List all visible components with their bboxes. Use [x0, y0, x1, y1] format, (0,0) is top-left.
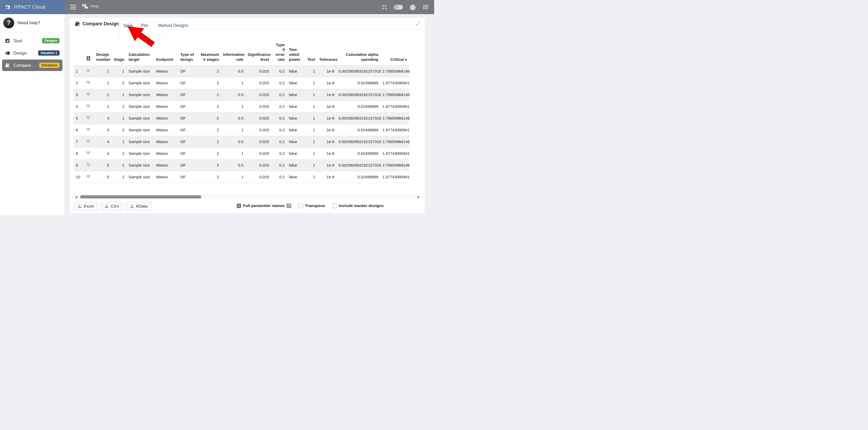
rdata-export-button[interactable]: RData	[126, 202, 152, 211]
endpoint-cell: Means	[154, 159, 178, 171]
heart-icon[interactable]	[86, 80, 91, 85]
table-row: 212Sample sizeMeansOF210.0250.2false11e-…	[74, 77, 409, 89]
app-brand[interactable]: PACT Cloud RPACT Cloud	[0, 0, 65, 14]
two-sided-power-cell: false	[287, 101, 304, 112]
help-menu[interactable]: ? Help	[82, 3, 99, 9]
significance-level-cell: 0.025	[246, 159, 271, 171]
mark-heart-cell[interactable]	[83, 124, 94, 136]
col-header-tolerance: Tolerance	[317, 38, 336, 65]
design-icon	[5, 51, 10, 56]
test-cell: 1	[304, 89, 317, 101]
expand-panel-icon[interactable]	[415, 21, 421, 27]
tab-table[interactable]: Table	[119, 20, 137, 39]
heart-icon[interactable]	[86, 139, 91, 143]
heart-icon[interactable]	[86, 92, 91, 96]
row-index-cell: 5	[74, 112, 83, 124]
csv-export-button[interactable]: CSV	[100, 202, 123, 211]
sidebar-item-start[interactable]: Start Designs	[2, 35, 62, 46]
two-sided-power-cell: false	[287, 124, 304, 136]
mark-heart-cell[interactable]	[83, 65, 94, 77]
two-sided-power-cell: false	[287, 171, 304, 183]
mark-heart-cell[interactable]	[83, 147, 94, 159]
toggle-knob	[394, 5, 398, 9]
endpoint-cell: Means	[154, 89, 178, 101]
parameter-names-help-icon[interactable]: ?	[286, 203, 291, 208]
heart-icon[interactable]	[86, 115, 91, 120]
full-parameter-names-checkbox[interactable]	[237, 204, 241, 208]
information-rate-cell: 0.5	[221, 89, 246, 101]
mark-heart-cell[interactable]	[83, 159, 94, 171]
table-row: 842Sample sizeMeansOF210.0250.2false11e-…	[74, 147, 409, 159]
type-of-design-cell: OF	[178, 124, 198, 136]
calculation-target-cell: Sample size	[126, 77, 154, 89]
transpose-option[interactable]: Transpose	[299, 203, 325, 208]
fullscreen-icon[interactable]	[381, 4, 388, 10]
type2-error-rate-cell: 0.2	[271, 171, 287, 183]
export-buttons: Excel CSV RData	[74, 202, 152, 211]
excel-export-button[interactable]: Excel	[74, 202, 98, 211]
stage-cell: 2	[111, 124, 126, 136]
significance-level-cell: 0.025	[246, 124, 271, 136]
transpose-checkbox[interactable]	[299, 204, 303, 208]
calculation-target-cell: Sample size	[126, 124, 154, 136]
tab-marked-designs[interactable]: Marked Designs	[158, 23, 188, 28]
significance-level-cell: 0.025	[246, 77, 271, 89]
tolerance-cell: 1e-8	[317, 147, 336, 159]
table-grid-icon[interactable]	[423, 4, 429, 10]
sidebar-need-help[interactable]: ? Need help?	[0, 14, 64, 32]
tab-plot[interactable]: Plot	[141, 23, 148, 28]
horizontal-scrollbar[interactable]: ◀ ▶	[74, 195, 421, 199]
table-row: 531Sample sizeMeansOF20.50.0250.2false11…	[74, 112, 409, 124]
design-number-cell: 3	[94, 112, 111, 124]
stage-cell: 1	[111, 89, 126, 101]
stage-cell: 1	[111, 136, 126, 147]
mark-heart-cell[interactable]	[83, 101, 94, 112]
full-parameter-names-option[interactable]: Full parameter names ?	[237, 203, 291, 208]
tolerance-cell: 1e-8	[317, 171, 336, 183]
table-row: 632Sample sizeMeansOF210.0250.2false11e-…	[74, 124, 409, 136]
heart-icon[interactable]	[86, 163, 91, 167]
mark-heart-cell[interactable]	[83, 89, 94, 101]
critical-value-cell: 1.97743095941	[380, 124, 409, 136]
tolerance-cell: 1e-8	[317, 101, 336, 112]
col-header-mark-heart	[83, 38, 94, 65]
sidebar-item-design[interactable]: Design Situation 1	[2, 47, 62, 59]
mark-heart-cell[interactable]	[83, 171, 94, 183]
cumulative-alpha-spending-cell: 0.02499999	[336, 171, 380, 183]
hamburger-menu-icon[interactable]	[70, 4, 76, 10]
mark-heart-cell[interactable]	[83, 77, 94, 89]
max-stages-cell: 2	[198, 147, 221, 159]
test-cell: 1	[304, 136, 317, 147]
type-of-design-cell: OF	[178, 136, 198, 147]
significance-level-cell: 0.025	[246, 89, 271, 101]
theme-toggle-switch[interactable]	[394, 5, 403, 10]
information-rate-cell: 1	[221, 77, 246, 89]
type2-error-rate-cell: 0.2	[271, 159, 287, 171]
settings-gear-icon[interactable]	[409, 4, 416, 10]
type-of-design-cell: OF	[178, 65, 198, 77]
significance-level-cell: 0.025	[246, 112, 271, 124]
heart-icon[interactable]	[86, 151, 91, 155]
type-of-design-cell: OF	[178, 147, 198, 159]
mark-heart-cell[interactable]	[83, 112, 94, 124]
heart-icon[interactable]	[86, 174, 91, 178]
heart-icon[interactable]	[86, 104, 91, 108]
design-badge: Situation 1	[38, 51, 60, 56]
heart-icon[interactable]	[86, 69, 91, 73]
mark-heart-cell[interactable]	[83, 136, 94, 147]
scroll-left-arrow-icon[interactable]: ◀	[75, 195, 77, 199]
sidebar-nav: Start Designs Design Situation 1	[0, 35, 64, 71]
scroll-right-arrow-icon[interactable]: ▶	[418, 195, 420, 199]
design-number-cell: 4	[94, 147, 111, 159]
include-master-designs-checkbox[interactable]	[333, 204, 337, 208]
sidebar-item-compare[interactable]: Compare Situations	[2, 60, 62, 71]
scrollbar-thumb[interactable]	[80, 195, 202, 198]
include-master-designs-option[interactable]: Include master designs	[333, 203, 384, 208]
table-row: 422Sample sizeMeansOF210.0250.2false11e-…	[74, 101, 409, 112]
heart-icon[interactable]	[86, 127, 91, 132]
start-icon	[5, 38, 10, 43]
table-header-row: Design numberStageCalculation targetEndp…	[74, 38, 409, 65]
cumulative-alpha-spending-cell: 0.02499999	[336, 147, 380, 159]
calculation-target-cell: Sample size	[126, 89, 154, 101]
type2-error-rate-cell: 0.2	[271, 112, 287, 124]
